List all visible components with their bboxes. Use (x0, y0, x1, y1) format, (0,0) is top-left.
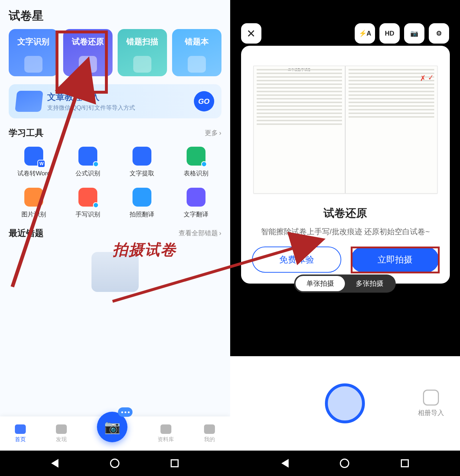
image-icon (24, 188, 43, 207)
tools-grid: W 试卷转Word 公式识别 文字提取 表格识别 图片识别 手写识别 (0, 143, 230, 219)
close-icon: ✕ (247, 27, 256, 40)
recents-button[interactable] (171, 459, 179, 467)
recent-placeholder (91, 252, 139, 292)
flash-auto-icon: ⚡A (359, 29, 371, 37)
go-button[interactable]: GO (194, 91, 214, 111)
study-tools-title: 学习工具 (9, 127, 44, 139)
study-tools-more[interactable]: 更多› (205, 129, 221, 137)
hd-button[interactable]: HD (379, 23, 400, 44)
tool-paper-to-word[interactable]: W 试卷转Word (9, 147, 59, 178)
folder-icon (15, 91, 43, 112)
eraser-icon (79, 56, 97, 73)
text-extract-icon (133, 147, 151, 166)
import-banner[interactable]: 文章教程导入 支持微信/QQ/钉钉文件等导入方式 GO (9, 84, 221, 118)
text-recognition-icon (24, 56, 42, 73)
nav-mine[interactable]: 我的 (204, 424, 215, 443)
home-button[interactable] (110, 459, 119, 468)
camera-translate-icon (133, 188, 151, 207)
shutter-button[interactable] (325, 383, 365, 423)
tool-table[interactable]: 表格识别 (171, 147, 221, 178)
preview-title: 试卷还原 (241, 206, 450, 221)
settings-button[interactable]: ⚙ (429, 23, 449, 44)
gear-icon: ⚙ (436, 29, 442, 37)
chevron-right-icon: › (219, 229, 221, 237)
tool-text-translate[interactable]: 文字翻译 (171, 188, 221, 219)
camera-plus-icon: 📷 (104, 419, 121, 435)
fab-camera[interactable]: 📷 (97, 412, 127, 442)
discover-icon (56, 424, 67, 434)
app-title: 试卷星 (9, 8, 221, 24)
back-button[interactable] (51, 459, 58, 468)
nav-discover[interactable]: 发现 (56, 424, 67, 443)
preview-description: 智能擦除试卷上手写/批改痕迹 还原初始空白试卷~ (241, 221, 450, 237)
chevron-right-icon: › (219, 129, 221, 137)
tool-photo-translate[interactable]: 拍照翻译 (117, 188, 167, 219)
try-free-button[interactable]: 免费体验 (252, 247, 342, 273)
home-button[interactable] (340, 459, 349, 468)
red-correction-mark: ✗ ✓ (419, 73, 435, 83)
home-icon (15, 424, 26, 434)
recents-button[interactable] (401, 459, 409, 467)
banner-subtitle: 支持微信/QQ/钉钉文件等导入方式 (47, 104, 189, 112)
card-paper-restore[interactable]: 试卷还原 (63, 29, 113, 76)
camera-screen: ✕ ⚡A HD 📷 ⚙ 二年级数学试卷 ✗ ✓ 试卷还原 智能擦除试卷上手写 (230, 0, 460, 476)
fab-bubble (118, 407, 133, 417)
gallery-icon (423, 390, 439, 406)
scanner-icon (133, 56, 151, 73)
mode-single[interactable]: 单张拍摄 (296, 276, 345, 291)
folder-x-icon (188, 56, 206, 73)
nav-library[interactable]: 资料库 (158, 424, 174, 443)
sample-paper-preview: 二年级数学试卷 ✗ ✓ (241, 46, 450, 204)
handwriting-icon (78, 188, 97, 207)
flash-button[interactable]: ⚡A (355, 23, 375, 44)
android-nav-bar (0, 451, 230, 476)
feature-cards-row: 文字识别 试卷还原 错题扫描 错题本 (0, 29, 230, 76)
gallery-import[interactable]: 相册导入 (418, 390, 444, 417)
formula-icon (78, 147, 97, 166)
shoot-mode-segment: 单张拍摄 多张拍摄 (294, 274, 396, 293)
profile-icon (204, 424, 215, 434)
table-icon (187, 147, 205, 166)
nav-home[interactable]: 首页 (15, 424, 26, 443)
recent-mistakes-title: 最近错题 (9, 227, 44, 239)
tool-formula[interactable]: 公式识别 (63, 147, 113, 178)
card-mistake-scan[interactable]: 错题扫描 (118, 29, 167, 76)
card-text-recognition[interactable]: 文字识别 (9, 29, 58, 76)
tool-image-ocr[interactable]: 图片识别 (9, 188, 59, 219)
shoot-now-button[interactable]: 立即拍摄 (351, 247, 439, 273)
card-mistake-book[interactable]: 错题本 (172, 29, 221, 76)
banner-title: 文章教程导入 (47, 91, 189, 103)
camera-switch-icon: 📷 (410, 29, 418, 37)
tool-handwriting[interactable]: 手写识别 (63, 188, 113, 219)
word-icon: W (24, 147, 43, 166)
home-screen: 试卷星 文字识别 试卷还原 错题扫描 错题本 文章教程导入 (0, 0, 230, 476)
back-button[interactable] (281, 459, 289, 468)
switch-camera-button[interactable]: 📷 (404, 23, 424, 44)
android-nav-bar (230, 451, 460, 476)
bottom-nav: 首页 发现 📷 资料库 我的 (0, 416, 230, 451)
tool-text-extract[interactable]: 文字提取 (117, 147, 167, 178)
translate-icon (187, 188, 205, 207)
preview-card: 二年级数学试卷 ✗ ✓ 试卷还原 智能擦除试卷上手写/批改痕迹 还原初始空白试卷… (241, 46, 450, 284)
view-all-mistakes[interactable]: 查看全部错题› (179, 229, 221, 237)
close-button[interactable]: ✕ (241, 23, 261, 44)
mode-multi[interactable]: 多张拍摄 (345, 276, 394, 291)
library-icon (160, 424, 171, 434)
